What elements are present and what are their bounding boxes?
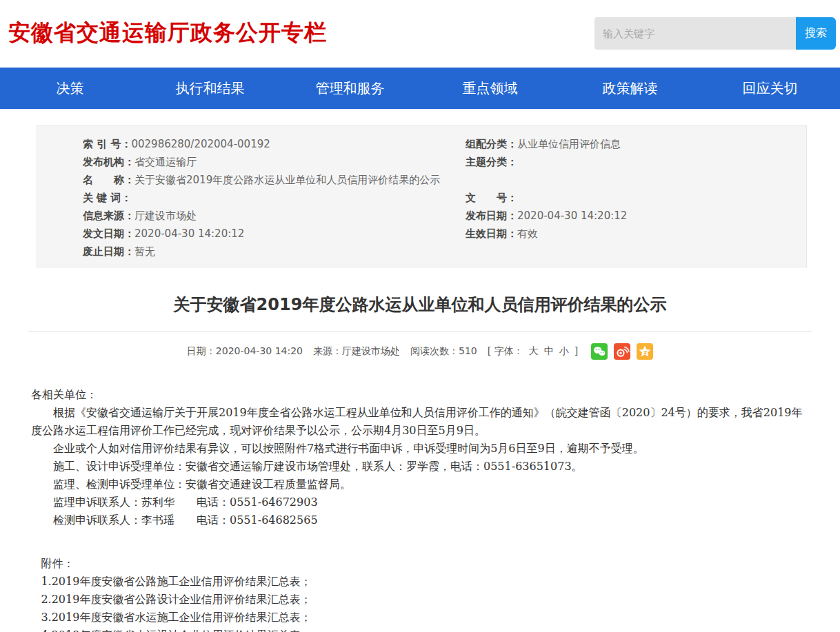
font-ctrl-suffix: ] xyxy=(574,345,578,358)
meta-row: 生效日期有效 xyxy=(466,225,806,243)
meta-label: 组配分类 xyxy=(466,138,517,150)
article-views: 阅读次数：510 xyxy=(410,345,477,358)
meta-row: 文 号 xyxy=(466,189,806,207)
meta-row: 发布日期2020-04-30 14:20:12 xyxy=(466,207,806,225)
source-value: 厅建设市场处 xyxy=(342,345,400,356)
nav-item-label: 管理和服务 xyxy=(316,80,385,96)
font-ctrl-prefix: [ 字体： xyxy=(488,345,523,358)
views-value: 510 xyxy=(459,345,477,356)
meta-row: 发布机构省交通运输厅 xyxy=(83,153,457,171)
meta-label: 主题分类 xyxy=(466,156,517,168)
nav-item[interactable]: 执行和结果 xyxy=(140,68,280,109)
article-paragraph: 监理、检测申诉受理单位：安徽省交通建设工程质量监督局。 xyxy=(31,476,812,493)
site-title: 安徽省交通运输厅政务公开专栏 xyxy=(8,18,327,48)
source-label: 来源： xyxy=(313,345,342,356)
views-label: 阅读次数： xyxy=(410,345,459,356)
search-button[interactable]: 搜索 xyxy=(796,17,836,50)
nav-item[interactable]: 回应关切 xyxy=(700,68,840,109)
nav-item-label: 政策解读 xyxy=(603,80,658,96)
attachments-label: 附件： xyxy=(31,555,812,573)
article-source: 来源：厅建设市场处 xyxy=(313,345,400,358)
attachment-list: 附件： 1.2019年度安徽省公路施工企业信用评价结果汇总表； 2.2019年度… xyxy=(31,555,812,632)
nav-item-label: 重点领域 xyxy=(463,80,518,96)
article-date: 日期：2020-04-30 14:20 xyxy=(187,345,303,358)
meta-value: 有效 xyxy=(517,227,538,240)
attachment-item: 1.2019年度安徽省公路施工企业信用评价结果汇总表； xyxy=(31,573,812,591)
article-paragraph: 检测申诉联系人：李书瑶 电话：0551-64682565 xyxy=(31,511,812,529)
article-info-line: 日期：2020-04-30 14:20 来源：厅建设市场处 阅读次数：510 [… xyxy=(0,343,840,360)
meta-label: 信息来源 xyxy=(83,210,134,222)
attachment-item: 4.2019年度安徽省水运设计企业信用评价结果汇总表 xyxy=(31,626,812,632)
meta-value: 省交通运输厅 xyxy=(134,156,197,168)
nav-item[interactable]: 重点领域 xyxy=(420,68,560,109)
meta-row xyxy=(466,171,806,189)
meta-label: 名 称 xyxy=(83,174,134,186)
article-paragraph: 监理申诉联系人：苏利华 电话：0551-64672903 xyxy=(31,493,812,511)
meta-column-left: 索 引 号002986280/202004-00192 发布机构省交通运输厅 名… xyxy=(37,135,457,261)
meta-label: 生效日期 xyxy=(466,227,517,240)
meta-value: 2020-04-30 14:20:12 xyxy=(134,227,244,240)
meta-row: 废止日期暂无 xyxy=(83,243,457,261)
share-icons xyxy=(591,343,653,360)
nav-item[interactable]: 政策解读 xyxy=(560,68,700,109)
article-paragraph: 企业或个人如对信用评价结果有异议，可以按照附件7格式进行书面申诉，申诉受理时间为… xyxy=(31,440,812,458)
article-title: 关于安徽省2019年度公路水运从业单位和人员信用评价结果的公示 xyxy=(41,294,799,316)
meta-row: 关 键 词 xyxy=(83,189,457,207)
nav-item[interactable]: 决策 xyxy=(0,68,140,109)
meta-label: 发文日期 xyxy=(83,227,134,240)
attachment-item: 2.2019年度安徽省公路设计企业信用评价结果汇总表； xyxy=(31,591,812,609)
article-paragraph: 各相关单位： xyxy=(31,386,812,404)
weibo-share-icon[interactable] xyxy=(614,343,630,360)
nav-item[interactable]: 管理和服务 xyxy=(280,68,420,109)
font-size-option[interactable]: 大 xyxy=(529,345,539,358)
date-label: 日期： xyxy=(187,345,216,356)
meta-value: 002986280/202004-00192 xyxy=(131,138,270,150)
font-size-option[interactable]: 小 xyxy=(559,345,569,358)
meta-row: 索 引 号002986280/202004-00192 xyxy=(83,135,457,153)
article-paragraph: 施工、设计申诉受理单位：安徽省交通运输厅建设市场管理处，联系人：罗学霞，电话：0… xyxy=(31,458,812,476)
meta-value: 从业单位信用评价信息 xyxy=(517,138,621,150)
meta-label: 关 键 词 xyxy=(83,192,131,204)
meta-label: 发布机构 xyxy=(83,156,134,168)
nav-item-label: 回应关切 xyxy=(743,80,798,96)
article-paragraph: 根据《安徽省交通运输厅关于开展2019年度全省公路水运工程从业单位和人员信用评价… xyxy=(31,404,812,440)
nav-bar: 决策 执行和结果 管理和服务 重点领域 政策解读 回应关切 xyxy=(0,68,840,109)
meta-value: 厅建设市场处 xyxy=(134,210,197,222)
document-meta-panel: 索 引 号002986280/202004-00192 发布机构省交通运输厅 名… xyxy=(37,125,807,267)
meta-value: 关于安徽省2019年度公路水运从业单位和人员信用评价结果的公示 xyxy=(134,174,440,186)
meta-row: 组配分类从业单位信用评价信息 xyxy=(466,135,806,153)
meta-value: 2020-04-30 14:20:12 xyxy=(517,210,627,222)
meta-label: 索 引 号 xyxy=(83,138,131,150)
meta-label: 发布日期 xyxy=(466,210,517,222)
meta-column-right: 组配分类从业单位信用评价信息 主题分类 文 号 发布日期2020-04-30 1… xyxy=(457,135,806,261)
font-size-control: [ 字体： 大 中 小 ] xyxy=(488,345,578,358)
meta-label: 废止日期 xyxy=(83,245,134,258)
title-divider xyxy=(28,331,812,332)
meta-row: 主题分类 xyxy=(466,153,806,171)
nav-item-label: 执行和结果 xyxy=(176,80,245,96)
qzone-share-icon[interactable] xyxy=(637,343,653,360)
meta-row: 名 称关于安徽省2019年度公路水运从业单位和人员信用评价结果的公示 xyxy=(83,171,457,189)
date-value: 2020-04-30 14:20 xyxy=(216,345,303,356)
attachment-item: 3.2019年度安徽省水运施工企业信用评价结果汇总表； xyxy=(31,609,812,626)
search-box: 搜索 xyxy=(594,17,836,50)
search-input[interactable] xyxy=(594,17,796,50)
meta-row: 发文日期2020-04-30 14:20:12 xyxy=(83,225,457,243)
meta-value: 暂无 xyxy=(134,245,155,258)
article-body: 各相关单位： 根据《安徽省交通运输厅关于开展2019年度全省公路水运工程从业单位… xyxy=(31,386,812,632)
nav-item-label: 决策 xyxy=(57,80,84,96)
meta-row: 信息来源厅建设市场处 xyxy=(83,207,457,225)
meta-label: 文 号 xyxy=(466,192,517,204)
page-header: 安徽省交通运输厅政务公开专栏 搜索 xyxy=(0,0,840,68)
font-size-option[interactable]: 中 xyxy=(544,345,554,358)
wechat-share-icon[interactable] xyxy=(591,343,608,360)
